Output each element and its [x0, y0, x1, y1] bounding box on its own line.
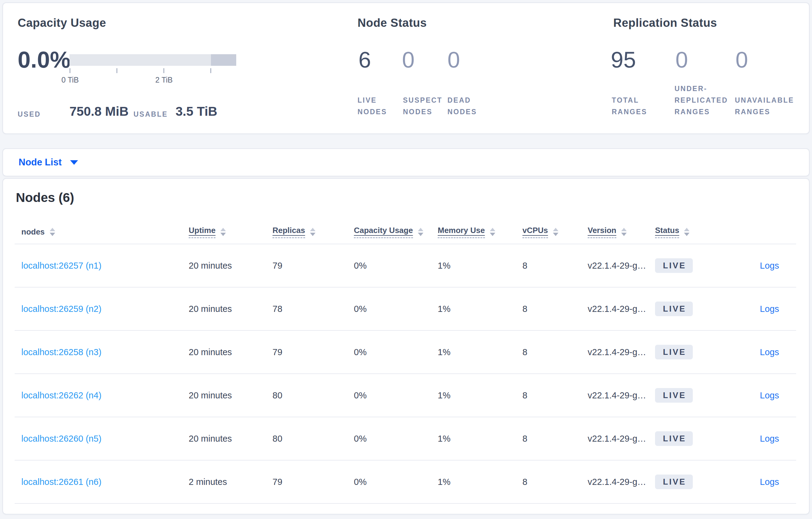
sort-arrows-icon — [553, 228, 558, 236]
column-header-nodes[interactable]: nodes — [21, 227, 55, 237]
vcpus-cell: 8 — [522, 477, 527, 487]
replicas-cell: 79 — [272, 347, 282, 357]
sort-arrows-icon — [50, 228, 55, 236]
status-badge: LIVE — [655, 258, 693, 273]
uptime-cell: 20 minutes — [189, 347, 232, 357]
nodes-table-body: localhost:26257 (n1)20 minutes790%1%8v22… — [14, 244, 796, 504]
column-header-status[interactable]: Status — [655, 226, 690, 238]
node-address-link[interactable]: localhost:26259 (n2) — [21, 304, 102, 314]
sort-arrows-icon — [684, 228, 690, 236]
column-header-memory-use[interactable]: Memory Use — [438, 226, 495, 238]
uptime-cell: 20 minutes — [189, 304, 232, 314]
table-row: localhost:26258 (n3)20 minutes790%1%8v22… — [14, 331, 796, 374]
live-nodes-label: LIVE NODES — [357, 94, 397, 118]
node-address-link[interactable]: localhost:26257 (n1) — [21, 261, 102, 271]
logs-cell: Logs — [760, 477, 796, 487]
logs-cell: Logs — [760, 391, 796, 400]
capacity-bar-end-segment — [211, 54, 236, 66]
node-address-link[interactable]: localhost:26262 (n4) — [21, 391, 102, 400]
unavailable-ranges-count: 0 — [735, 49, 748, 71]
status-cell: LIVE — [655, 431, 693, 446]
version-cell: v22.1.4-29-g… — [588, 304, 646, 314]
capacity-tick-label-2: 2 TiB — [146, 75, 182, 84]
node-list-dropdown-bar: Node List — [2, 148, 810, 176]
total-ranges-label: TOTAL RANGES — [612, 94, 661, 118]
chevron-down-icon — [70, 160, 78, 165]
status-cell: LIVE — [655, 345, 693, 359]
column-header-replicas[interactable]: Replicas — [272, 226, 316, 238]
logs-cell: Logs — [760, 347, 796, 357]
version-cell: v22.1.4-29-g… — [588, 434, 646, 444]
replicas-cell: 78 — [272, 304, 282, 314]
capacity-used-percent: 0.0% — [18, 48, 70, 71]
column-header-version[interactable]: Version — [588, 226, 627, 238]
vcpus-cell: 8 — [522, 261, 527, 271]
suspect-nodes-count: 0 — [402, 49, 414, 71]
logs-link[interactable]: Logs — [760, 304, 779, 314]
replicas-cell: 80 — [272, 391, 282, 400]
capacity-tick-label-0: 0 TiB — [52, 75, 88, 84]
vcpus-cell: 8 — [522, 391, 527, 400]
uptime-cell: 2 minutes — [189, 477, 227, 487]
status-badge: LIVE — [655, 345, 693, 359]
column-header-label: Status — [655, 226, 679, 238]
logs-link[interactable]: Logs — [760, 261, 779, 271]
capacity-usable-value: 3.5 TiB — [176, 104, 217, 119]
under-replicated-ranges-label: UNDER-REPLICATED RANGES — [674, 83, 737, 118]
live-nodes-count: 6 — [358, 49, 371, 71]
status-cell: LIVE — [655, 258, 693, 273]
logs-link[interactable]: Logs — [760, 477, 779, 487]
node-address-link[interactable]: localhost:26258 (n3) — [21, 347, 102, 357]
capacity-tick-3 — [210, 68, 211, 73]
logs-cell: Logs — [760, 434, 796, 444]
node-status-title: Node Status — [357, 17, 427, 30]
column-header-uptime[interactable]: Uptime — [189, 226, 226, 238]
capacity-usable-label: USABLE — [134, 110, 168, 119]
uptime-cell: 20 minutes — [189, 434, 232, 444]
node-list-dropdown-label: Node List — [19, 157, 62, 168]
node-list-dropdown[interactable]: Node List — [19, 149, 78, 176]
sort-arrows-icon — [221, 228, 226, 236]
sort-arrows-icon — [310, 228, 316, 236]
cluster-summary-card: Capacity Usage 0.0% 0 TiB 2 TiB USED 750… — [2, 2, 810, 134]
table-row: localhost:26262 (n4)20 minutes800%1%8v22… — [14, 374, 796, 417]
nodes-table-title: Nodes (6) — [16, 190, 74, 205]
node-address-link[interactable]: localhost:26260 (n5) — [21, 434, 102, 444]
table-row: localhost:26257 (n1)20 minutes790%1%8v22… — [14, 244, 796, 287]
capacity-cell: 0% — [354, 304, 367, 314]
capacity-usage-bar — [69, 54, 236, 66]
logs-link[interactable]: Logs — [760, 347, 779, 357]
replicas-cell: 79 — [272, 477, 282, 487]
capacity-usage-title: Capacity Usage — [18, 17, 106, 30]
column-header-label: Version — [588, 226, 616, 238]
memory-cell: 1% — [438, 261, 451, 271]
suspect-nodes-label: SUSPECT NODES — [403, 94, 449, 118]
capacity-used-label: USED — [18, 110, 41, 119]
node-address-link[interactable]: localhost:26261 (n6) — [21, 477, 102, 487]
logs-link[interactable]: Logs — [760, 391, 779, 400]
capacity-tick-2 — [163, 68, 164, 73]
column-header-label: Replicas — [272, 226, 305, 238]
memory-cell: 1% — [438, 434, 451, 444]
version-cell: v22.1.4-29-g… — [588, 261, 646, 271]
vcpus-cell: 8 — [522, 434, 527, 444]
uptime-cell: 20 minutes — [189, 391, 232, 400]
capacity-used-value: 750.8 MiB — [69, 104, 128, 119]
column-header-capacity-usage[interactable]: Capacity Usage — [354, 226, 424, 238]
capacity-cell: 0% — [354, 347, 367, 357]
capacity-cell: 0% — [354, 477, 367, 487]
column-header-label: Uptime — [189, 226, 215, 238]
memory-cell: 1% — [438, 391, 451, 400]
table-row: localhost:26260 (n5)20 minutes800%1%8v22… — [14, 417, 796, 460]
replication-status-title: Replication Status — [613, 17, 717, 30]
status-badge: LIVE — [655, 475, 693, 489]
memory-cell: 1% — [438, 347, 451, 357]
column-header-label: vCPUs — [522, 226, 548, 238]
nodes-table-card: Nodes (6) nodesUptimeReplicasCapacity Us… — [2, 178, 810, 514]
column-header-vcpus[interactable]: vCPUs — [522, 226, 558, 238]
table-row: localhost:26261 (n6)2 minutes790%1%8v22.… — [14, 460, 796, 504]
status-badge: LIVE — [655, 388, 693, 403]
vcpus-cell: 8 — [522, 304, 527, 314]
logs-link[interactable]: Logs — [760, 434, 779, 444]
status-badge: LIVE — [655, 431, 693, 446]
